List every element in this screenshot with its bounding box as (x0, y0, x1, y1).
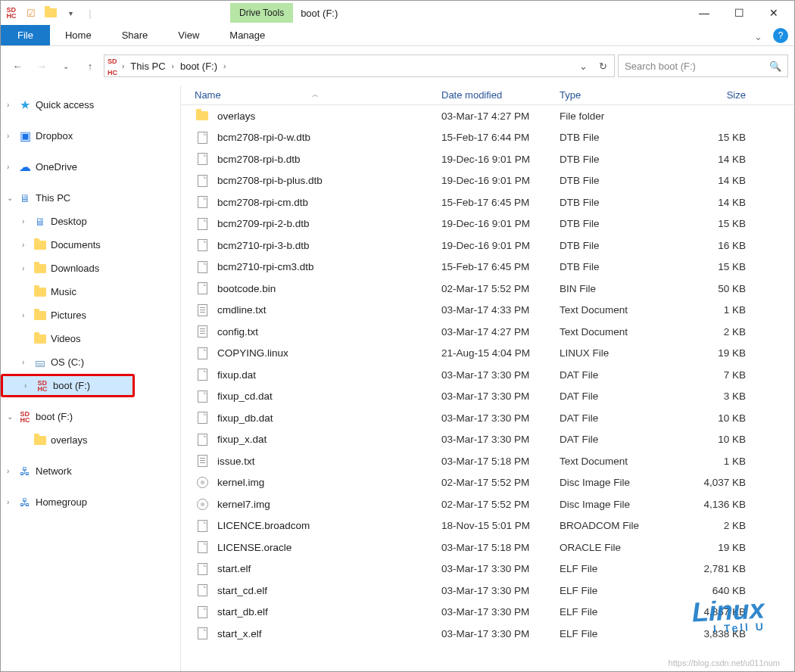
expand-icon[interactable]: › (22, 241, 33, 249)
file-row[interactable]: kernel7.img02-Mar-17 5:52 PMDisc Image F… (181, 493, 794, 515)
file-row[interactable]: bcm2710-rpi-3-b.dtb19-Dec-16 9:01 PMDTB … (181, 235, 794, 257)
up-button[interactable]: ↑ (80, 55, 101, 76)
expand-icon[interactable]: ⌄ (7, 194, 17, 202)
forward-button[interactable]: → (31, 55, 52, 76)
file-row[interactable]: kernel.img02-Mar-17 5:52 PMDisc Image Fi… (181, 472, 794, 494)
qat-folder-icon[interactable] (43, 5, 58, 20)
tree-item-quick-access[interactable]: ›★Quick access (1, 93, 180, 117)
tree-item-label: boot (F:) (36, 411, 73, 422)
expand-icon[interactable]: › (7, 101, 17, 109)
contextual-tab-drive-tools[interactable]: Drive Tools (230, 3, 293, 23)
file-row[interactable]: start_x.elf03-Mar-17 3:30 PMELF File3,83… (181, 623, 794, 645)
file-row[interactable]: cmdline.txt03-Mar-17 4:33 PMText Documen… (181, 300, 794, 322)
tree-item-pictures[interactable]: ›Pictures (1, 303, 180, 327)
sd-icon: SDHC (17, 409, 33, 425)
file-row[interactable]: LICENCE.broadcom18-Nov-15 5:01 PMBROADCO… (181, 515, 794, 537)
file-row[interactable]: fixup.dat03-Mar-17 3:30 PMDAT File7 KB (181, 364, 794, 386)
chevron-right-icon[interactable]: › (170, 62, 176, 70)
file-row[interactable]: bcm2708-rpi-0-w.dtb15-Feb-17 6:44 PMDTB … (181, 127, 794, 149)
file-row[interactable]: LICENSE.oracle03-Mar-17 5:18 PMORACLE Fi… (181, 537, 794, 558)
navigation-tree[interactable]: ›★Quick access›▣Dropbox›☁OneDrive⌄🖥This … (1, 86, 181, 671)
file-row[interactable]: bootcode.bin02-Mar-17 5:52 PMBIN File50 … (181, 278, 794, 300)
tree-item-os-c-[interactable]: ›🖴OS (C:) (1, 350, 180, 374)
file-icon (195, 583, 210, 598)
tree-item-homegroup[interactable]: ›🖧Homegroup (1, 490, 180, 514)
tree-item-desktop[interactable]: ›🖥Desktop (1, 210, 180, 233)
expand-icon[interactable]: › (7, 498, 17, 506)
expand-icon[interactable]: › (7, 163, 17, 171)
search-input[interactable]: Search boot (F:) 🔍 (618, 54, 788, 77)
tree-item-network[interactable]: ›🖧Network (1, 459, 180, 483)
minimize-button[interactable]: — (687, 1, 722, 25)
col-date[interactable]: Date modified (441, 89, 560, 101)
expand-icon[interactable]: › (7, 467, 17, 475)
tree-item-documents[interactable]: ›Documents (1, 233, 180, 257)
file-row[interactable]: bcm2710-rpi-cm3.dtb15-Feb-17 6:45 PMDTB … (181, 257, 794, 278)
file-row[interactable]: bcm2708-rpi-b.dtb19-Dec-16 9:01 PMDTB Fi… (181, 148, 794, 170)
tree-item-dropbox[interactable]: ›▣Dropbox (1, 124, 180, 148)
breadcrumb[interactable]: This PC (129, 61, 167, 72)
search-icon[interactable]: 🔍 (769, 61, 781, 72)
qat-dropdown-icon[interactable]: ▾ (63, 5, 78, 20)
tree-item-boot-f-[interactable]: ⌄SDHCboot (F:) (1, 405, 180, 428)
tree-item-videos[interactable]: Videos (1, 327, 180, 350)
file-row[interactable]: bcm2709-rpi-2-b.dtb19-Dec-16 9:01 PMDTB … (181, 213, 794, 235)
chevron-right-icon[interactable]: › (120, 62, 126, 70)
file-menu[interactable]: File (1, 25, 50, 45)
back-button[interactable]: ← (7, 55, 28, 76)
tree-item-overlays[interactable]: overlays (1, 428, 180, 452)
expand-icon[interactable]: › (22, 358, 33, 366)
col-name[interactable]: Name︿ (195, 89, 441, 101)
file-row[interactable]: fixup_db.dat03-Mar-17 3:30 PMDAT File10 … (181, 407, 794, 429)
ribbon-collapse-icon[interactable]: ⌄ (754, 31, 762, 45)
file-list[interactable]: Name︿ Date modified Type Size overlays03… (181, 86, 794, 671)
file-row[interactable]: start.elf03-Mar-17 3:30 PMELF File2,781 … (181, 558, 794, 580)
file-type: DAT File (560, 369, 678, 381)
file-row[interactable]: bcm2708-rpi-b-plus.dtb19-Dec-16 9:01 PMD… (181, 170, 794, 192)
file-row[interactable]: config.txt03-Mar-17 4:27 PMText Document… (181, 321, 794, 343)
file-row[interactable]: fixup_cd.dat03-Mar-17 3:30 PMDAT File3 K… (181, 386, 794, 408)
tree-item-this-pc[interactable]: ⌄🖥This PC (1, 186, 180, 210)
file-row[interactable]: COPYING.linux21-Aug-15 4:04 PMLINUX File… (181, 343, 794, 365)
expand-icon[interactable]: › (22, 264, 33, 272)
chevron-right-icon[interactable]: › (222, 62, 227, 70)
help-icon[interactable]: ? (773, 28, 788, 43)
file-name: fixup_x.dat (217, 434, 441, 445)
tab-manage[interactable]: Manage (214, 25, 280, 45)
file-row[interactable]: issue.txt03-Mar-17 5:18 PMText Document1… (181, 450, 794, 472)
tree-item-onedrive[interactable]: ›☁OneDrive (1, 155, 180, 179)
address-bar[interactable]: SDHC › This PC › boot (F:) › ⌄ ↻ (104, 54, 615, 77)
refresh-button[interactable]: ↻ (594, 61, 611, 72)
column-headers[interactable]: Name︿ Date modified Type Size (181, 86, 794, 105)
file-type: File folder (560, 110, 678, 122)
recent-dropdown-icon[interactable]: ⌄ (55, 55, 76, 76)
expand-icon[interactable]: › (22, 311, 33, 319)
file-row[interactable]: start_db.elf03-Mar-17 3:30 PMELF File4,8… (181, 602, 794, 624)
expand-icon[interactable]: › (22, 217, 33, 226)
col-type[interactable]: Type (560, 89, 678, 101)
file-row[interactable]: overlays03-Mar-17 4:27 PMFile folder (181, 105, 794, 127)
tree-item-label: Desktop (51, 216, 87, 227)
tree-item-downloads[interactable]: ›Downloads (1, 257, 180, 280)
file-type: DTB File (560, 175, 678, 186)
file-row[interactable]: bcm2708-rpi-cm.dtb15-Feb-17 6:45 PMDTB F… (181, 191, 794, 213)
maximize-button[interactable]: ☐ (722, 1, 756, 25)
expand-icon[interactable]: › (7, 132, 17, 140)
file-date: 21-Aug-15 4:04 PM (441, 347, 560, 359)
breadcrumb[interactable]: boot (F:) (179, 61, 219, 72)
file-type: ORACLE File (560, 542, 678, 553)
col-size[interactable]: Size (678, 89, 753, 101)
file-row[interactable]: fixup_x.dat03-Mar-17 3:30 PMDAT File10 K… (181, 429, 794, 451)
file-size: 1 KB (678, 304, 753, 316)
address-dropdown-icon[interactable]: ⌄ (575, 61, 591, 72)
tree-item-boot-f-[interactable]: ›SDHCboot (F:) (1, 374, 135, 397)
file-row[interactable]: start_cd.elf03-Mar-17 3:30 PMELF File640… (181, 580, 794, 602)
expand-icon[interactable]: › (24, 381, 35, 390)
tree-item-music[interactable]: Music (1, 280, 180, 303)
tab-share[interactable]: Share (107, 25, 164, 45)
close-button[interactable]: ✕ (756, 1, 791, 25)
qat-checkbox-icon[interactable]: ☑ (23, 5, 39, 20)
tab-home[interactable]: Home (50, 25, 107, 45)
expand-icon[interactable]: ⌄ (7, 412, 17, 421)
tab-view[interactable]: View (163, 25, 214, 45)
